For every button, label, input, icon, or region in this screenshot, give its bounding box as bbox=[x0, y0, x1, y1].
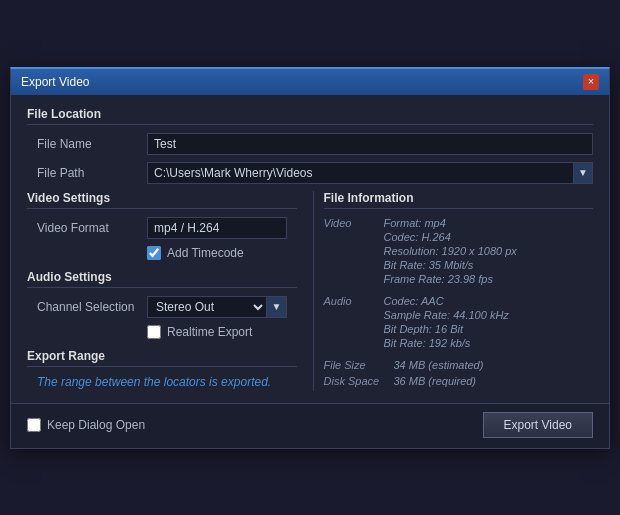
video-resolution-info: Resolution: 1920 x 1080 px bbox=[384, 245, 517, 257]
right-column: File Information Video Format: mp4 Codec… bbox=[313, 191, 594, 391]
export-video-button[interactable]: Export Video bbox=[483, 412, 594, 438]
video-format-input[interactable] bbox=[147, 217, 287, 239]
file-location-header: File Location bbox=[27, 107, 593, 125]
file-size-value: 34 MB (estimated) bbox=[394, 359, 484, 371]
file-path-wrapper: ▼ bbox=[147, 162, 593, 184]
audio-info-label: Audio bbox=[324, 295, 384, 349]
footer: Keep Dialog Open Export Video bbox=[11, 403, 609, 448]
export-range-text: The range between the locators is export… bbox=[27, 375, 297, 389]
channel-selection-label: Channel Selection bbox=[37, 300, 147, 314]
file-name-input[interactable] bbox=[147, 133, 593, 155]
file-name-row: File Name bbox=[27, 133, 593, 155]
disk-space-label: Disk Space bbox=[324, 375, 394, 387]
add-timecode-row: Add Timecode bbox=[27, 246, 297, 260]
video-settings-header: Video Settings bbox=[27, 191, 297, 209]
dialog-title: Export Video bbox=[21, 75, 90, 89]
realtime-export-row: Realtime Export bbox=[27, 325, 297, 339]
audio-bitrate-info: Bit Rate: 192 kb/s bbox=[384, 337, 509, 349]
video-bitrate-info: Bit Rate: 35 Mbit/s bbox=[384, 259, 517, 271]
video-info-label: Video bbox=[324, 217, 384, 285]
video-format-info: Format: mp4 bbox=[384, 217, 517, 229]
left-column: Video Settings Video Format Add Timecode… bbox=[27, 191, 297, 391]
file-path-dropdown-button[interactable]: ▼ bbox=[573, 162, 593, 184]
video-info-values: Format: mp4 Codec: H.264 Resolution: 192… bbox=[384, 217, 517, 285]
audio-bitdepth-info: Bit Depth: 16 Bit bbox=[384, 323, 509, 335]
audio-info-row: Audio Codec: AAC Sample Rate: 44.100 kHz… bbox=[324, 295, 594, 349]
realtime-export-label[interactable]: Realtime Export bbox=[167, 325, 252, 339]
add-timecode-checkbox[interactable] bbox=[147, 246, 161, 260]
video-framerate-info: Frame Rate: 23.98 fps bbox=[384, 273, 517, 285]
file-size-label: File Size bbox=[324, 359, 394, 371]
audio-settings-header: Audio Settings bbox=[27, 270, 297, 288]
video-info-row: Video Format: mp4 Codec: H.264 Resolutio… bbox=[324, 217, 594, 285]
file-info-header: File Information bbox=[324, 191, 594, 209]
keep-open-label[interactable]: Keep Dialog Open bbox=[47, 418, 145, 432]
title-bar: Export Video × bbox=[11, 69, 609, 95]
realtime-export-checkbox[interactable] bbox=[147, 325, 161, 339]
dialog-body: File Location File Name File Path ▼ Vide… bbox=[11, 95, 609, 403]
audio-info-group: Audio Codec: AAC Sample Rate: 44.100 kHz… bbox=[324, 295, 594, 349]
close-button[interactable]: × bbox=[583, 74, 599, 90]
audio-info-values: Codec: AAC Sample Rate: 44.100 kHz Bit D… bbox=[384, 295, 509, 349]
video-format-row: Video Format bbox=[27, 217, 297, 239]
keep-open-checkbox[interactable] bbox=[27, 418, 41, 432]
keep-open-row: Keep Dialog Open bbox=[27, 418, 145, 432]
file-path-input[interactable] bbox=[147, 162, 573, 184]
video-codec-info: Codec: H.264 bbox=[384, 231, 517, 243]
disk-space-row: Disk Space 36 MB (required) bbox=[324, 375, 594, 387]
channel-selection-select[interactable]: Stereo Out Mono bbox=[147, 296, 267, 318]
channel-selection-row: Channel Selection Stereo Out Mono ▼ bbox=[27, 296, 297, 318]
channel-select-arrow: ▼ bbox=[267, 296, 287, 318]
file-size-row: File Size 34 MB (estimated) bbox=[324, 359, 594, 371]
disk-space-value: 36 MB (required) bbox=[394, 375, 477, 387]
export-video-dialog: Export Video × File Location File Name F… bbox=[10, 67, 610, 449]
video-format-label: Video Format bbox=[37, 221, 147, 235]
channel-select-wrapper: Stereo Out Mono ▼ bbox=[147, 296, 287, 318]
video-info-group: Video Format: mp4 Codec: H.264 Resolutio… bbox=[324, 217, 594, 285]
add-timecode-label[interactable]: Add Timecode bbox=[167, 246, 244, 260]
audio-codec-info: Codec: AAC bbox=[384, 295, 509, 307]
audio-samplerate-info: Sample Rate: 44.100 kHz bbox=[384, 309, 509, 321]
file-path-row: File Path ▼ bbox=[27, 162, 593, 184]
file-path-label: File Path bbox=[37, 166, 147, 180]
file-name-label: File Name bbox=[37, 137, 147, 151]
export-range-header: Export Range bbox=[27, 349, 297, 367]
two-column-layout: Video Settings Video Format Add Timecode… bbox=[27, 191, 593, 391]
